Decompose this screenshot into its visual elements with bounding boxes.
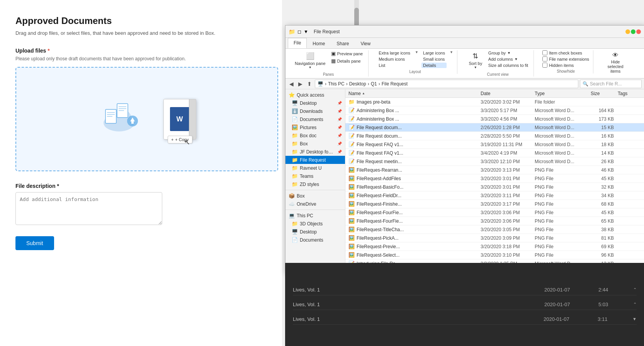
table-row[interactable]: 📁 Images pre-beta 3/20/2020 3:02 PM File… (345, 98, 644, 106)
file-name-extensions-toggle[interactable]: File name extensions (542, 56, 589, 61)
submit-button[interactable]: Submit (15, 236, 54, 250)
col-name[interactable]: Name ▲ (348, 91, 481, 96)
sidebar-item-box1[interactable]: 📁 Box 📌 (285, 140, 345, 148)
minimize-button[interactable] (625, 29, 630, 34)
table-row[interactable]: 🖼️ FileReques-Rearran... 3/20/2020 3:13 … (345, 166, 644, 174)
small-icons-button[interactable]: Small icons (421, 56, 447, 62)
ribbon-tabs: File Home Share View (285, 38, 644, 48)
search-icon: 🔍 (583, 81, 588, 87)
table-row[interactable]: 📝 Introducing File Re... 3/3/2020 1:35 P… (345, 259, 644, 263)
table-row[interactable]: 🖼️ FileRequest-BasicFo... 3/20/2020 3:01… (345, 183, 644, 191)
sidebar-item-thispc[interactable]: 💻 This PC (285, 211, 345, 220)
svg-rect-13 (131, 121, 134, 124)
word-doc-icon: 📝 (348, 124, 355, 130)
table-row[interactable]: 📝 Administering Box ... 3/3/2020 4:56 PM… (345, 115, 644, 123)
sidebar-item-file-request[interactable]: 📁 File Request (285, 156, 345, 164)
tab-share[interactable]: Share (331, 39, 355, 48)
table-row[interactable]: 🖼️ FileRequest-FieldDr... 3/20/2020 3:11… (345, 191, 644, 200)
table-row[interactable]: 🖼️ FileRequest-FourFie... 3/20/2020 3:06… (345, 208, 644, 217)
table-row[interactable]: 🖼️ FileRequest-AddFiles 3/20/2020 3:01 P… (345, 174, 644, 183)
sidebar-item-boxdoc[interactable]: 📁 Box doc 📌 (285, 131, 345, 140)
ribbon-group-panes: ⬜ Navigation pane ▼ ▣ Preview pane ▦ Det… (289, 50, 369, 77)
up-button[interactable]: ⬆ (306, 80, 313, 88)
back-button[interactable]: ◀ (288, 80, 295, 88)
ribbon-group-currentview: ⇅ Sort by ▼ Group by ▼ Add columns ▼ (462, 50, 534, 77)
word-doc-icon: 📝 (348, 150, 355, 156)
large-icons-button[interactable]: Large icons (421, 50, 447, 56)
web-form: Approved Documents Drag and drop files, … (0, 0, 282, 346)
ribbon-group-showhide: Item check boxes File name extensions Hi… (539, 50, 593, 73)
close-button[interactable] (636, 29, 641, 34)
table-row[interactable]: 🖼️ FileRequest-TitleCha... 3/20/2020 3:0… (345, 225, 644, 234)
add-columns-button[interactable]: Add columns ▼ (487, 56, 530, 62)
dark-row[interactable]: Lives, Vol. 1 2020-01-07 5:03 ⌃ (293, 299, 637, 310)
sidebar-item-box2[interactable]: 📦 Box (285, 192, 345, 200)
upload-label: Upload files* (15, 48, 267, 54)
table-row[interactable]: 📝 Administering Box ... 3/3/2020 5:17 PM… (345, 106, 644, 115)
table-row[interactable]: 📝 File Request FAQ v1... 3/4/2020 4:19 P… (345, 149, 644, 157)
hidden-items-toggle[interactable]: Hidden items (542, 63, 574, 68)
table-row[interactable]: 🖼️ FileRequest-Finishe... 3/20/2020 3:17… (345, 200, 644, 208)
table-row[interactable]: 📝 File Request docum... 2/28/2020 5:50 P… (345, 132, 644, 140)
maximize-button[interactable] (631, 29, 636, 34)
word-icon: W (170, 107, 189, 131)
table-row[interactable]: 🖼️ FileRequest-Select... 3/20/2020 3:10 … (345, 251, 644, 259)
dark-row[interactable]: Lives, Vol. 1 2020-01-07 3:11 ▼ (293, 314, 637, 325)
sidebar-item-documents[interactable]: 📄 Documents 📌 (285, 115, 345, 123)
table-row[interactable]: 📝 File Request meetin... 3/3/2020 12:10 … (345, 157, 644, 166)
sidebar-item-zdstyles[interactable]: 📁 ZD styles (285, 180, 345, 188)
list-button[interactable]: List (377, 63, 412, 68)
col-type[interactable]: Type (535, 91, 591, 96)
col-date[interactable]: Date (481, 91, 535, 96)
search-input[interactable]: 🔍 Search File R... (580, 80, 642, 88)
table-row[interactable]: 🖼️ FileRequest-PickA... 3/20/2020 3:09 P… (345, 234, 644, 242)
form-subtitle: Drag and drop files, or select files, th… (15, 30, 267, 36)
group-by-button[interactable]: Group by ▼ (487, 50, 530, 56)
png-icon: 🖼️ (348, 235, 355, 241)
tab-home[interactable]: Home (307, 39, 331, 48)
ribbon: File Home Share View ⬜ Navigation pane ▼… (285, 38, 644, 78)
sidebar-item-teams[interactable]: 📁 Teams (285, 172, 345, 180)
explorer-navbar: ◀ ▶ ⬆ 🖥️ › This PC › Desktop › Q1 › File… (285, 78, 644, 89)
ribbon-content: ⬜ Navigation pane ▼ ▣ Preview pane ▦ Det… (285, 48, 644, 78)
sidebar-item-onedrive[interactable]: ☁️ OneDrive (285, 200, 345, 208)
file-desc-label: File description* (15, 183, 267, 189)
details-button[interactable]: Details (421, 63, 447, 68)
details-pane-button[interactable]: ▦ Details pane (330, 58, 365, 64)
ribbon-group-hide: 👁 Hide selected items (598, 50, 633, 75)
sidebar-item-desktop[interactable]: 🖥️ Desktop 📌 (285, 99, 345, 107)
forward-button[interactable]: ▶ (297, 80, 304, 88)
extra-large-icons-button[interactable]: Extra large icons (377, 50, 412, 56)
table-row[interactable]: 📝 File Request docum... 2/26/2020 1:28 P… (345, 123, 644, 132)
navigation-pane-button[interactable]: ⬜ Navigation pane ▼ (292, 50, 328, 71)
tab-file[interactable]: File (288, 38, 307, 48)
explorer-titlebar: 📁 ◻ ▼ File Request (285, 26, 644, 38)
medium-icons-button[interactable]: Medium icons (377, 56, 412, 62)
sidebar-item-documents2[interactable]: 📄 Documents (285, 236, 345, 244)
sidebar-item-quick-access[interactable]: ⭐ Quick access (285, 91, 345, 99)
col-size[interactable]: Size (591, 91, 618, 96)
sort-by-button[interactable]: ⇅ Sort by ▼ (466, 50, 485, 71)
sidebar-item-jf[interactable]: 📁 JF Desktop for real... 📌 (285, 148, 345, 156)
tab-view[interactable]: View (355, 39, 376, 48)
breadcrumb[interactable]: 🖥️ › This PC › Desktop › Q1 › File Reque… (315, 80, 578, 88)
window-icon-2: ▼ (304, 29, 308, 34)
file-explorer: 📁 ◻ ▼ File Request File Home Share View … (285, 25, 644, 273)
table-row[interactable]: 🖼️ FileRequest-FourFie... 3/20/2020 3:06… (345, 217, 644, 225)
sidebar-item-downloads[interactable]: ⬇️ Downloads 📌 (285, 107, 345, 115)
hide-selected-button[interactable]: 👁 Hide selected items (602, 50, 629, 75)
sidebar-item-desktop2[interactable]: 🖥️ Desktop (285, 228, 345, 236)
file-description-input[interactable] (15, 192, 162, 225)
table-row[interactable]: 📝 File Request FAQ v1... 3/19/2020 11:31… (345, 140, 644, 149)
sidebar-item-ravneet[interactable]: 📁 Ravneet U (285, 164, 345, 172)
upload-hint: Please upload only those draft documents… (15, 56, 267, 61)
table-row[interactable]: 🖼️ FileRequest-Previe... 3/20/2020 3:18 … (345, 242, 644, 251)
preview-pane-button[interactable]: ▣ Preview pane (330, 50, 365, 57)
size-columns-button[interactable]: Size all columns to fit (487, 63, 530, 68)
dark-row[interactable]: Lives, Vol. 1 2020-01-07 2:44 ⌃ (293, 285, 637, 295)
upload-dropzone[interactable]: W + + Copy ↖ (15, 67, 278, 171)
col-tags[interactable]: Tags (618, 91, 641, 96)
sidebar-item-pictures[interactable]: 🖼️ Pictures 📌 (285, 123, 345, 131)
sidebar-item-3dobjects[interactable]: 📁 3D Objects (285, 220, 345, 228)
item-checkboxes-toggle[interactable]: Item check boxes (542, 50, 582, 55)
